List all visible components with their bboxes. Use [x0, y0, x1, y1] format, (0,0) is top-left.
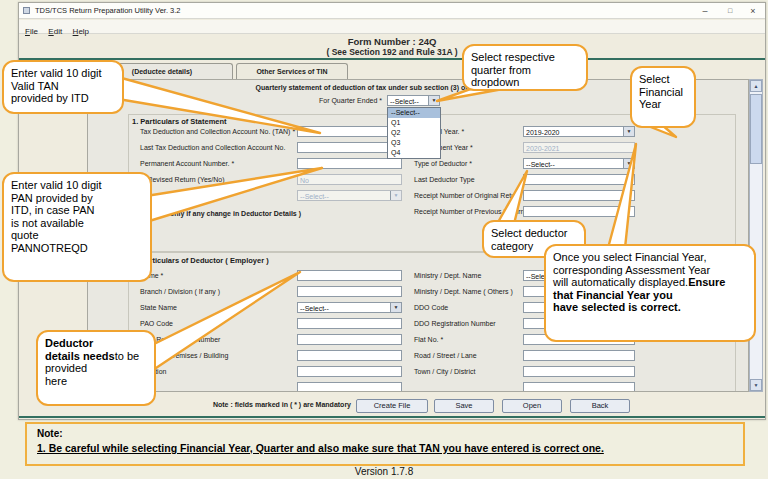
callout-assessment-year-auto: Once you select Financial Year, correspo…	[544, 244, 756, 342]
partial-input[interactable]	[523, 382, 635, 392]
town-label: Town / City / District	[414, 368, 475, 375]
callout-pan: Enter valid 10 digit PAN provided by ITD…	[2, 172, 152, 282]
last-tan-label: Last Tax Deduction and Collection Accoun…	[140, 144, 285, 151]
title-bar: TDS/TCS Return Preparation Utility Ver. …	[19, 3, 765, 19]
section2-title: 2. Particulars of Deductor ( Employer )	[132, 256, 269, 265]
ddo-code-label: DDO Code	[414, 304, 448, 311]
pan-input[interactable]	[297, 158, 402, 169]
state-combobox[interactable]: --Select--▼	[297, 302, 402, 313]
ddo-reg-label: DDO Registration Number	[414, 320, 496, 327]
callout-quarter: Select respective quarter from dropdown	[462, 44, 588, 91]
ministry-label: Ministry / Dept. Name	[414, 272, 481, 279]
divider	[19, 58, 765, 60]
quarter-label: For Quarter Ended *	[238, 97, 382, 104]
location-input[interactable]	[297, 366, 402, 377]
last-deductor-type-label: Last Deductor Type	[414, 176, 475, 183]
scrollbar-thumb[interactable]	[750, 94, 762, 164]
ministry-others-label: Ministry / Dept. Name ( Others )	[414, 288, 513, 295]
revised-type-combobox: --Select--▼	[297, 190, 402, 201]
callout-tan: Enter valid 10 digit Valid TAN provided …	[2, 60, 124, 114]
version-text: Version 1.7.8	[0, 466, 768, 477]
partial-input[interactable]	[297, 382, 402, 392]
revised-return-input: No	[297, 174, 402, 185]
receipt-original-label: Receipt Number of Original Return	[414, 192, 521, 199]
receipt-previous-label: Receipt Number of Previous Return	[414, 208, 525, 215]
callout-deductor-details: Deductor details needsto be provided her…	[36, 330, 156, 406]
premises-input[interactable]	[297, 350, 402, 361]
callout-bold-text: Deductor details needs	[45, 337, 115, 362]
list-item[interactable]: Q2	[388, 128, 440, 138]
mandatory-note: Note : fields marked in ( * ) are Mandat…	[119, 401, 351, 408]
window-title: TDS/TCS Return Preparation Utility Ver. …	[35, 6, 180, 15]
town-input[interactable]	[523, 366, 635, 377]
bottom-note-box: Note: 1. Be careful while selecting Fina…	[25, 422, 745, 466]
tan-label: Tax Deduction and Collection Account No.…	[140, 128, 295, 135]
chevron-down-icon[interactable]: ▼	[428, 96, 439, 105]
note-line: 1. Be careful while selecting Financial …	[37, 442, 604, 454]
list-item[interactable]: Q3	[388, 138, 440, 148]
assessment-year-input: 2020-2021	[523, 142, 635, 153]
scroll-up-icon[interactable]: ▲	[750, 80, 762, 92]
list-item[interactable]: Q1	[388, 118, 440, 128]
note-title: Note:	[37, 428, 63, 439]
form-rule-subtitle: ( See Section 192 and Rule 31A )	[19, 47, 765, 57]
restore-icon[interactable]: □	[721, 5, 739, 17]
list-item[interactable]: --Select--	[388, 108, 440, 118]
revised-return-label: Is Revised Return (Yes/No)	[140, 176, 225, 183]
branch-input[interactable]	[297, 286, 402, 297]
chevron-down-icon[interactable]: ▼	[390, 303, 401, 312]
quarter-combobox[interactable]: --Select-- ▼	[387, 95, 440, 106]
back-button[interactable]: Back	[570, 399, 630, 413]
chevron-down-icon[interactable]: ▼	[623, 159, 634, 168]
screen: TDS/TCS Return Preparation Utility Ver. …	[0, 0, 768, 479]
divider	[19, 416, 765, 418]
deductor-type-combobox[interactable]: --Select--▼	[523, 158, 635, 169]
menu-bar: File Edit Help	[19, 20, 765, 34]
receipt-original-input[interactable]	[523, 190, 635, 201]
branch-label: Branch / Division ( If any )	[140, 288, 220, 295]
chevron-down-icon[interactable]: ▼	[623, 127, 634, 136]
pan-label: Permanent Account Number. *	[140, 160, 234, 167]
quarter-dropdown-list: --Select-- Q1 Q2 Q3 Q4	[387, 107, 441, 159]
pao-code-input[interactable]	[297, 318, 402, 329]
receipt-previous-input[interactable]	[523, 206, 635, 217]
scroll-down-icon[interactable]: ▼	[750, 379, 762, 391]
pao-reg-input[interactable]	[297, 334, 402, 345]
last-deductor-type-input[interactable]	[523, 174, 635, 185]
app-icon	[23, 7, 30, 14]
road-input[interactable]	[523, 350, 635, 361]
section1-title: 1. Particulars of Statement	[132, 117, 227, 126]
road-label: Road / Street / Lane	[414, 352, 477, 359]
pao-code-label: PAO Code	[140, 320, 173, 327]
name-input[interactable]	[297, 270, 402, 281]
flat-label: Flat No. *	[414, 336, 443, 343]
open-button[interactable]: Open	[502, 399, 562, 413]
minimize-icon[interactable]: –	[696, 5, 714, 17]
list-item[interactable]: Q4	[388, 148, 440, 158]
callout-financial-year: Select Financial Year	[630, 66, 696, 128]
tab-other-services[interactable]: Other Services of TIN	[236, 63, 348, 80]
callout-text: Once you select Financial Year, correspo…	[553, 251, 710, 288]
state-label: State Name	[140, 304, 177, 311]
close-icon[interactable]: ×	[744, 5, 762, 17]
form-number-title: Form Number : 24Q	[19, 36, 765, 47]
vertical-scrollbar[interactable]: ▲ ▼	[749, 79, 763, 392]
save-button[interactable]: Save	[434, 399, 494, 413]
create-file-button[interactable]: Create File	[356, 399, 428, 413]
deductor-type-label: Type of Deductor *	[414, 160, 472, 167]
financial-year-combobox[interactable]: 2019-2020▼	[523, 126, 635, 137]
chevron-down-icon: ▼	[390, 191, 401, 200]
update-note: ( Update only if any change in Deductor …	[140, 210, 301, 217]
